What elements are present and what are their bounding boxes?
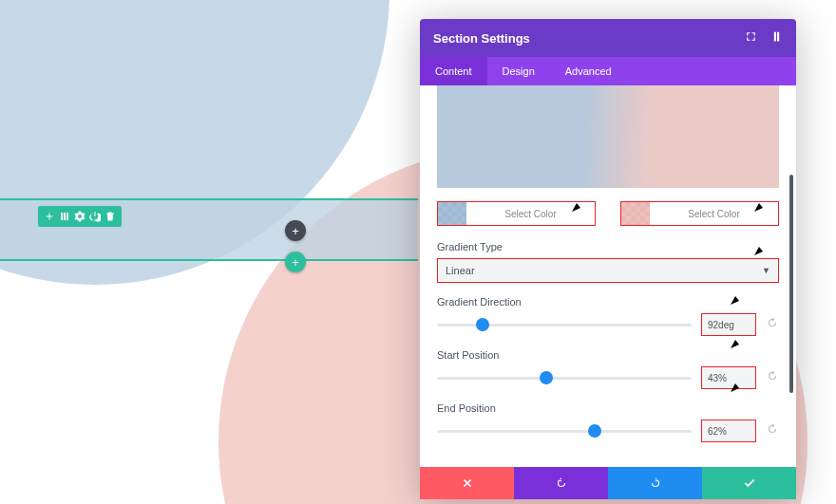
reset-icon[interactable] [766,369,779,386]
svg-marker-9 [731,340,739,348]
delete-icon[interactable] [103,209,118,224]
color-picker-start[interactable]: Select Color [437,201,596,226]
undo-button[interactable] [514,467,608,499]
close-button[interactable] [420,467,514,499]
gradient-direction-slider[interactable] [437,324,692,327]
settings-icon[interactable] [72,209,87,224]
end-position-label: End Position [437,402,779,414]
tab-design[interactable]: Design [487,57,550,85]
gradient-type-select[interactable]: Linear ▼ [437,258,779,283]
color-picker-start-label: Select Color [466,209,595,219]
modal-footer [420,467,796,499]
modal-body: Select Color Select Color Gradient Type … [420,85,796,467]
end-position-input[interactable]: 62% [701,420,756,442]
expand-icon[interactable] [745,29,757,47]
swatch-end [621,202,650,225]
modal-header[interactable]: Section Settings [420,19,796,57]
modal-tabs: Content Design Advanced [420,57,796,85]
gradient-type-label: Gradient Type [437,241,779,252]
slider-thumb[interactable] [588,424,601,438]
modal-title: Section Settings [433,31,530,46]
start-position-input[interactable]: 43% [701,366,756,389]
power-icon[interactable] [87,209,103,224]
gradient-type-value: Linear [446,265,475,276]
gradient-direction-label: Gradient Direction [437,296,779,308]
redo-button[interactable] [608,467,702,499]
section-toolbar[interactable] [38,206,122,227]
section-settings-modal: Section Settings Content Design Advanced… [420,19,796,499]
tab-content[interactable]: Content [420,57,487,85]
tab-advanced[interactable]: Advanced [550,57,627,85]
swatch-start [438,202,466,225]
color-picker-end[interactable]: Select Color [620,201,779,226]
snap-icon[interactable] [770,29,783,47]
chevron-down-icon: ▼ [762,266,770,275]
add-row-button[interactable]: + [285,220,306,241]
add-section-button[interactable]: + [285,252,306,272]
color-picker-end-label: Select Color [650,209,778,219]
reset-icon[interactable] [766,316,779,333]
reset-icon[interactable] [766,422,779,439]
slider-thumb[interactable] [476,318,489,331]
start-position-label: Start Position [437,349,779,361]
columns-icon[interactable] [57,209,72,224]
save-button[interactable] [702,467,796,499]
move-icon[interactable] [42,209,57,224]
scrollbar[interactable] [789,175,793,393]
slider-thumb[interactable] [540,371,553,384]
gradient-preview [437,85,779,188]
end-position-slider[interactable] [437,430,692,433]
start-position-slider[interactable] [437,377,692,380]
gradient-direction-input[interactable]: 92deg [701,313,756,336]
